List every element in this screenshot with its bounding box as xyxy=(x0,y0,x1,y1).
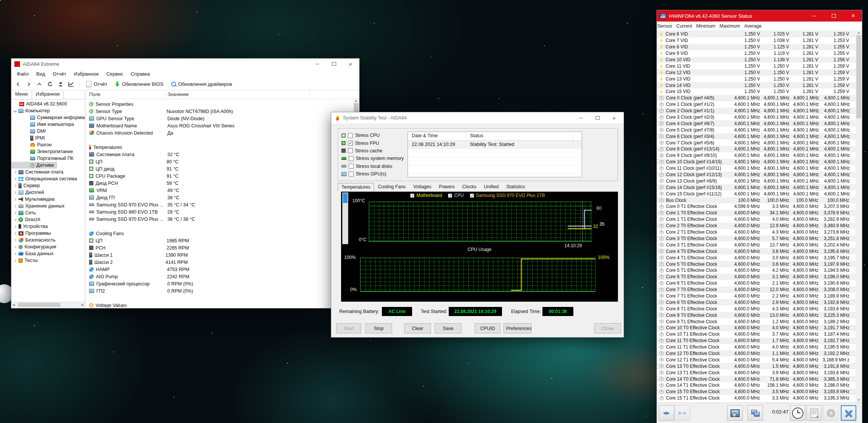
sensor-row[interactable]: Core 6 VID 1.250 V 1.025 V 1.281 V 1.253… xyxy=(657,31,856,37)
sensor-row[interactable]: Core 11 VID 1.250 V 1.250 V 1.281 V 1.25… xyxy=(657,63,856,69)
chevron-icon[interactable] xyxy=(25,116,28,119)
chevron-icon[interactable] xyxy=(13,211,17,215)
sensor-row[interactable]: ЦП диод 91 °C xyxy=(85,165,353,172)
stability-button[interactable]: Stop xyxy=(365,323,392,333)
tree-item[interactable]: Электропитание xyxy=(11,148,76,155)
sensor-row[interactable]: Core 10 Clock (perf #14/15) 4,600.1 MHz … xyxy=(657,159,856,165)
legend-checkbox[interactable] xyxy=(410,194,414,198)
scroll-left-icon[interactable]: ◀ xyxy=(12,303,15,307)
sensor-row[interactable]: Core 10 VID 1.250 V 1.138 V 1.281 V 1.25… xyxy=(657,57,856,63)
tree-item[interactable]: Дисплей xyxy=(11,189,47,196)
menu-item[interactable]: Избранное xyxy=(70,70,103,77)
maximize-button[interactable] xyxy=(828,12,839,20)
up-button[interactable] xyxy=(35,80,44,88)
sensor-row[interactable]: Core 9 Clock (perf #9/10) 4,600.1 MHz 4,… xyxy=(657,152,856,159)
bios-updates-button[interactable]: Обновления BIOS xyxy=(112,81,167,88)
sensor-row[interactable]: Core 4 Clock (perf #6/7) 4,600.1 MHz 4,6… xyxy=(657,120,856,127)
horizontal-scrollbar[interactable]: ◀ ▶ xyxy=(11,302,85,308)
minimize-button[interactable] xyxy=(575,114,587,122)
tree-item[interactable]: Датчики xyxy=(11,162,57,169)
log-column-status[interactable]: Status xyxy=(466,132,573,140)
chart-tab[interactable]: Powers xyxy=(435,183,459,191)
sensor-row[interactable]: Диод ГП 38 °C xyxy=(85,194,353,201)
sensor-row[interactable]: Core 0 Clock (perf #4/5) 4,600.1 MHz 4,6… xyxy=(657,95,856,101)
reset-clock-button[interactable] xyxy=(790,405,805,421)
sensor-column-header[interactable]: Sensor xyxy=(657,23,676,29)
sensor-row[interactable]: Core 7 VID 1.250 V 1.038 V 1.281 V 1.253… xyxy=(657,37,856,44)
tree-item[interactable]: DMI xyxy=(11,128,49,135)
sensor-row[interactable]: ЦП 80 °C xyxy=(85,158,353,165)
tree-item[interactable]: AIDA64 v6.32.5600 xyxy=(11,101,70,107)
driver-updates-button[interactable]: Обновления драйверов xyxy=(168,81,235,88)
chart-icon[interactable] xyxy=(66,80,76,88)
sensor-row[interactable]: Core 8 T0 Effective Clock 4,600.0 MHz 2.… xyxy=(657,299,856,305)
menu-item[interactable]: Сервис xyxy=(102,70,127,77)
tree-item[interactable]: Конфигурация xyxy=(11,243,59,250)
sensor-row[interactable]: Core 14 T0 Effective Clock 4,600.0 MHz 7… xyxy=(657,376,856,382)
back-button[interactable] xyxy=(14,80,23,88)
vertical-scrollbar[interactable]: ▲ ▼ xyxy=(856,31,862,403)
sensor-row[interactable]: Core 11 Clock (perf #10/11) 4,600.1 MHz … xyxy=(657,165,856,172)
remote-monitoring-button[interactable] xyxy=(748,405,763,421)
sensor-row[interactable]: Core 4 T1 Effective Clock 4,600.0 MHz 3.… xyxy=(657,254,856,261)
sensor-column-header[interactable]: Minimum xyxy=(696,23,719,29)
expand-columns-button[interactable]: ◀▶ xyxy=(659,405,674,421)
chart-tab[interactable]: Unified xyxy=(480,183,502,191)
aida64-titlebar[interactable]: AIDA64 Extreme × xyxy=(11,59,359,69)
stability-button[interactable]: CPUID xyxy=(475,323,500,333)
sensor-row[interactable]: Core 0 T1 Effective Clock 4,599.9 MHz 3.… xyxy=(657,203,856,210)
sensor-row[interactable]: Core 8 T1 Effective Clock 4,600.0 MHz 4.… xyxy=(657,305,856,312)
scroll-up-icon[interactable]: ▲ xyxy=(355,99,358,102)
sensor-row[interactable]: Core 8 Clock (perf #13/14) 4,600.1 MHz 4… xyxy=(657,146,856,152)
stress-option-checkbox[interactable] xyxy=(348,133,353,138)
chart-tab[interactable]: Clocks xyxy=(459,183,480,191)
sensor-row[interactable]: Motherboard Name Asus ROG Crosshair VIII… xyxy=(85,122,353,129)
sensor-row[interactable]: Системная плата 32 °C xyxy=(85,151,353,158)
tree-item[interactable]: Операционная система xyxy=(11,175,80,182)
scrollbar-thumb[interactable] xyxy=(18,303,60,307)
scroll-right-icon[interactable]: ▶ xyxy=(82,303,84,307)
menu-item[interactable]: Справка xyxy=(127,70,154,77)
maximize-button[interactable] xyxy=(592,114,603,122)
chevron-icon[interactable] xyxy=(25,143,28,147)
sensor-column-header[interactable]: Average xyxy=(744,23,765,29)
sensor-row[interactable]: Core 12 T0 Effective Clock 4,600.0 MHz 1… xyxy=(657,350,856,357)
sensor-row[interactable]: Core 11 T0 Effective Clock 4,600.0 MHz 1… xyxy=(657,338,856,344)
menu-item[interactable]: Отчёт xyxy=(49,70,70,77)
user-icon[interactable] xyxy=(56,80,65,88)
refresh-button[interactable] xyxy=(45,80,54,88)
forward-button[interactable] xyxy=(24,80,33,88)
sensor-row[interactable]: Temperatures xyxy=(85,144,353,151)
tree-item[interactable]: Суммарная информация xyxy=(11,114,85,121)
sensor-row[interactable]: Core 2 T1 Effective Clock 4,600.0 MHz 4.… xyxy=(657,229,856,236)
sensor-row[interactable]: CPU Package 91 °C xyxy=(85,172,353,180)
chevron-icon[interactable] xyxy=(25,164,28,167)
sensor-row[interactable]: Core 15 Clock (perf #11/12) 4,600.1 MHz … xyxy=(657,191,856,197)
tree-item[interactable]: Безопасность xyxy=(11,237,59,243)
sensor-row[interactable]: Core 9 T0 Effective Clock 4,600.0 MHz 13… xyxy=(657,312,856,318)
chevron-icon[interactable] xyxy=(13,218,17,222)
sensor-row[interactable]: Core 2 T0 Effective Clock 4,600.0 MHz 12… xyxy=(657,223,856,229)
stability-titlebar[interactable]: System Stability Test - AIDA64 × xyxy=(331,112,624,124)
sensor-row[interactable]: Cooling Fans xyxy=(85,230,353,237)
sensor-row[interactable]: Core 9 T1 Effective Clock 4,600.0 MHz 1.… xyxy=(657,318,856,325)
sensor-row[interactable]: Core 7 Clock (perf #5/6) 4,600.1 MHz 4,6… xyxy=(657,139,856,146)
sensor-row[interactable]: Core 13 Clock (perf #8/9) 4,600.1 MHz 4,… xyxy=(657,178,856,184)
sensor-row[interactable]: Core 13 T0 Effective Clock 4,600.0 MHz 1… xyxy=(657,363,856,369)
tree-item[interactable]: Сеть xyxy=(11,209,39,216)
sensor-row[interactable]: Core 15 T1 Effective Clock 4,600.0 MHz 3… xyxy=(657,395,856,401)
chevron-icon[interactable] xyxy=(13,191,17,194)
sensor-row[interactable]: Core 14 T1 Effective Clock 4,600.0 MHz 1… xyxy=(657,382,856,389)
tree-item[interactable]: Системная плата xyxy=(11,169,66,175)
scrollbar-thumb[interactable] xyxy=(856,35,861,118)
sensor-row[interactable]: Core 6 T1 Effective Clock 4,600.0 MHz 2.… xyxy=(657,280,856,287)
sensor-row[interactable]: Диод PCH 59 °C xyxy=(85,180,353,187)
stress-option-checkbox[interactable] xyxy=(349,156,354,161)
chevron-icon[interactable] xyxy=(25,123,28,126)
tree-item[interactable]: Разгон xyxy=(11,141,55,148)
sensor-row[interactable]: Core 1 T1 Effective Clock 4,600.0 MHz 4.… xyxy=(657,216,856,223)
sensor-row[interactable]: Core 7 T0 Effective Clock 4,600.0 MHz 12… xyxy=(657,287,856,293)
report-button[interactable] xyxy=(806,405,822,421)
minimize-button[interactable] xyxy=(312,60,323,68)
tree-item[interactable]: Устройства xyxy=(11,223,51,230)
